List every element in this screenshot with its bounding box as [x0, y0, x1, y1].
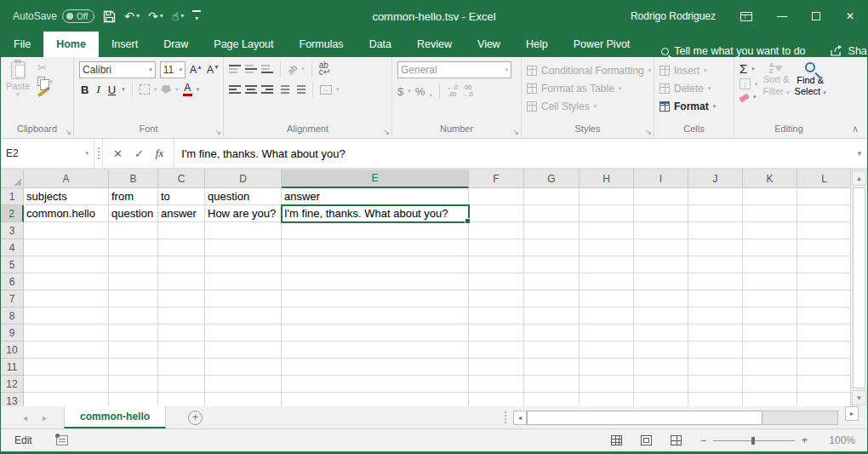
- cell-H5[interactable]: [580, 256, 634, 273]
- redo-dropdown-icon[interactable]: ▾: [160, 13, 163, 20]
- cell-L6[interactable]: [797, 273, 850, 290]
- fill-dropdown-icon[interactable]: ▾: [755, 81, 758, 88]
- cell-H1[interactable]: [580, 188, 634, 205]
- cell-F13[interactable]: [469, 393, 524, 406]
- cell-C10[interactable]: [158, 342, 205, 359]
- cell-K3[interactable]: [743, 222, 797, 239]
- close-button[interactable]: ✕: [833, 1, 867, 32]
- cell-B13[interactable]: [109, 393, 158, 406]
- tab-page-layout[interactable]: Page Layout: [201, 32, 286, 57]
- delete-cells-button[interactable]: Delete▾: [660, 79, 730, 97]
- tab-formulas[interactable]: Formulas: [287, 32, 357, 57]
- cell-H8[interactable]: [580, 307, 634, 325]
- cell-J10[interactable]: [688, 342, 743, 359]
- cell-C8[interactable]: [158, 307, 205, 325]
- cell-G1[interactable]: [524, 188, 580, 205]
- scroll-left-icon[interactable]: ◂: [513, 411, 527, 425]
- cell-L1[interactable]: [797, 188, 850, 205]
- column-header-C[interactable]: C: [158, 170, 205, 188]
- cell-G3[interactable]: [524, 222, 580, 239]
- autosave-toggle[interactable]: AutoSave Off: [13, 9, 94, 23]
- cell-G4[interactable]: [524, 239, 580, 256]
- tab-review[interactable]: Review: [404, 32, 465, 57]
- tab-power-pivot[interactable]: Power Pivot: [561, 32, 643, 57]
- zoom-in-icon[interactable]: +: [802, 434, 808, 446]
- cell-F1[interactable]: [469, 188, 524, 205]
- name-box-dropdown-icon[interactable]: ▾: [85, 150, 89, 157]
- sort-filter-button[interactable]: AZ Sort & Filter ▾: [763, 61, 790, 124]
- bold-button[interactable]: B: [79, 83, 90, 96]
- tab-view[interactable]: View: [465, 32, 513, 57]
- select-all-corner[interactable]: [1, 170, 24, 188]
- align-center-button[interactable]: [245, 85, 257, 94]
- format-painter-button[interactable]: [37, 89, 48, 97]
- zoom-slider[interactable]: − +: [700, 434, 808, 446]
- next-sheet-icon[interactable]: ▸: [43, 413, 47, 422]
- cell-J4[interactable]: [688, 239, 743, 256]
- cell-J8[interactable]: [688, 307, 743, 325]
- cell-F11[interactable]: [469, 359, 524, 376]
- cell-G8[interactable]: [524, 307, 580, 325]
- cell-I13[interactable]: [634, 393, 688, 406]
- number-format-dropdown-icon[interactable]: ▾: [505, 66, 508, 73]
- decrease-decimal-button[interactable]: .00 →.0: [462, 84, 473, 97]
- cell-C13[interactable]: [158, 393, 205, 406]
- cell-F3[interactable]: [469, 222, 524, 239]
- name-box[interactable]: E2 ▾: [1, 139, 94, 168]
- cell-J12[interactable]: [688, 376, 743, 393]
- scroll-down-icon[interactable]: ▼: [852, 390, 866, 405]
- cell-E11[interactable]: [282, 359, 469, 376]
- cell-L3[interactable]: [797, 222, 850, 239]
- comma-style-button[interactable]: ,: [429, 85, 432, 98]
- cell-D11[interactable]: [205, 359, 282, 376]
- delete-dropdown-icon[interactable]: ▾: [708, 85, 711, 92]
- cell-E1[interactable]: answer: [282, 188, 469, 205]
- borders-button[interactable]: [140, 84, 150, 95]
- cell-I4[interactable]: [634, 239, 688, 256]
- cell-B12[interactable]: [109, 376, 158, 393]
- cell-G6[interactable]: [524, 273, 580, 290]
- cell-F4[interactable]: [469, 239, 524, 256]
- cell-C3[interactable]: [158, 222, 205, 239]
- zoom-track[interactable]: [713, 440, 795, 441]
- borders-dropdown-icon[interactable]: ▾: [154, 86, 157, 93]
- insert-dropdown-icon[interactable]: ▾: [704, 67, 707, 74]
- row-header-8[interactable]: 8: [1, 307, 24, 325]
- clipboard-dialog-launcher[interactable]: ↘: [65, 128, 71, 136]
- cell-A3[interactable]: [24, 222, 109, 239]
- cell-J13[interactable]: [688, 393, 743, 406]
- increase-font-size-button[interactable]: A▲: [190, 64, 203, 76]
- cell-L10[interactable]: [797, 342, 850, 359]
- cell-D9[interactable]: [205, 325, 282, 342]
- accounting-dropdown-icon[interactable]: ▾: [408, 88, 411, 95]
- font-name-dropdown-icon[interactable]: ▾: [149, 66, 152, 73]
- cell-B6[interactable]: [109, 273, 158, 290]
- cell-G12[interactable]: [524, 376, 580, 393]
- cell-D7[interactable]: [205, 290, 282, 307]
- accounting-format-button[interactable]: $: [397, 85, 403, 98]
- column-header-L[interactable]: L: [797, 170, 850, 188]
- increase-indent-button[interactable]: [294, 85, 306, 94]
- cell-A8[interactable]: [24, 307, 109, 325]
- cell-J6[interactable]: [688, 273, 743, 290]
- cell-B2[interactable]: question: [109, 205, 158, 222]
- tab-data[interactable]: Data: [357, 32, 404, 57]
- top-align-button[interactable]: [229, 65, 241, 73]
- cell-I8[interactable]: [634, 307, 688, 325]
- cell-L11[interactable]: [797, 359, 850, 376]
- tab-scroll-splitter[interactable]: [498, 406, 513, 428]
- cell-K8[interactable]: [743, 307, 797, 325]
- cell-styles-button[interactable]: Cell Styles▾: [527, 97, 650, 115]
- cell-A5[interactable]: [24, 256, 109, 273]
- ribbon-display-options-button[interactable]: [731, 1, 765, 32]
- cell-E13[interactable]: [282, 393, 469, 406]
- number-format-combo[interactable]: General▾: [397, 61, 511, 78]
- orientation-button[interactable]: ab: [286, 62, 300, 76]
- cell-C12[interactable]: [158, 376, 205, 393]
- cell-L8[interactable]: [797, 307, 850, 325]
- cell-C6[interactable]: [158, 273, 205, 290]
- cell-C1[interactable]: to: [158, 188, 205, 205]
- clear-dropdown-icon[interactable]: ▾: [753, 94, 757, 101]
- cell-K2[interactable]: [743, 205, 797, 222]
- cell-D12[interactable]: [205, 376, 282, 393]
